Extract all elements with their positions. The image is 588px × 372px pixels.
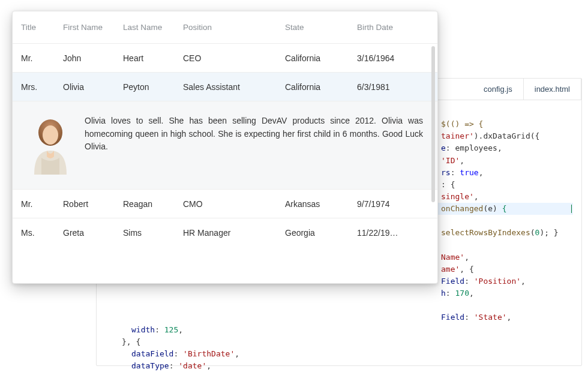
- code-text: {: [502, 204, 507, 213]
- column-header-title[interactable]: Title: [21, 23, 63, 32]
- column-header-birthdate[interactable]: Birth Date: [357, 23, 417, 32]
- code-text: rs: [441, 168, 451, 177]
- code-text: width: [131, 325, 155, 334]
- code-text: :: [446, 289, 455, 298]
- code-text: 'BirthDate': [183, 349, 235, 358]
- table-row[interactable]: Mrs. Olivia Peyton Sales Assistant Calif…: [13, 73, 437, 101]
- code-text: :: [173, 349, 183, 358]
- cell-birthdate: 6/3/1981: [357, 82, 417, 92]
- scrollbar[interactable]: [431, 46, 435, 202]
- cell-state: California: [285, 82, 357, 92]
- code-text: selectRowsByIndexes: [441, 228, 530, 237]
- code-text: single': [441, 192, 474, 201]
- code-text: h: [441, 289, 446, 298]
- code-text: (e): [483, 204, 502, 213]
- code-text: ,: [178, 325, 183, 334]
- cell-birthdate: 9/7/1974: [357, 199, 417, 209]
- code-text: : employees,: [446, 143, 502, 152]
- cell-birthdate: 11/22/19…: [357, 228, 417, 238]
- code-text: $(() => {: [441, 119, 483, 128]
- cell-position: Sales Assistant: [183, 82, 285, 92]
- table-row[interactable]: Mr. Robert Reagan CMO Arkansas 9/7/1974: [13, 190, 437, 218]
- cell-position: HR Manager: [183, 228, 285, 238]
- cell-firstname: Olivia: [63, 82, 123, 92]
- master-detail-panel: Olivia loves to sell. She has been selli…: [13, 101, 437, 190]
- column-header-firstname[interactable]: First Name: [63, 23, 123, 32]
- code-text: Name': [441, 253, 464, 262]
- svg-point-2: [43, 125, 58, 145]
- cell-birthdate: 3/16/1964: [357, 53, 417, 63]
- person-icon: [27, 115, 74, 175]
- code-text: ,: [469, 289, 474, 298]
- code-text: true: [455, 168, 478, 177]
- code-text: Field: [441, 313, 464, 322]
- cell-lastname: Reagan: [123, 199, 183, 209]
- table-row[interactable]: Mr. John Heart CEO California 3/16/1964: [13, 44, 437, 73]
- code-text: Field: [441, 277, 464, 286]
- employee-avatar: [27, 115, 74, 175]
- cell-title: Mr.: [21, 199, 63, 209]
- code-text: , {: [460, 265, 473, 274]
- code-text: onChanged: [441, 204, 483, 213]
- cell-state: California: [285, 53, 357, 63]
- cell-title: Ms.: [21, 228, 63, 238]
- code-text: ame': [441, 265, 460, 274]
- cell-state: Georgia: [285, 228, 357, 238]
- cell-position: CMO: [183, 199, 285, 209]
- code-text: (: [530, 228, 535, 237]
- code-text: 125: [164, 325, 178, 334]
- code-text: ,: [479, 168, 484, 177]
- code-text: ,: [521, 277, 526, 286]
- cell-title: Mrs.: [21, 82, 63, 92]
- column-header-lastname[interactable]: Last Name: [123, 23, 183, 32]
- data-grid-card: Title First Name Last Name Position Stat…: [12, 11, 438, 284]
- cell-firstname: Robert: [63, 199, 123, 209]
- code-text: :: [464, 313, 474, 322]
- cell-position: CEO: [183, 53, 285, 63]
- cell-firstname: John: [63, 53, 123, 63]
- code-tab-index[interactable]: index.html: [524, 79, 581, 100]
- code-text: ,: [507, 313, 512, 322]
- employee-detail-text: Olivia loves to sell. She has been selli…: [85, 115, 423, 175]
- cell-lastname: Peyton: [123, 82, 183, 92]
- code-text: :: [464, 277, 474, 286]
- cell-state: Arkansas: [285, 199, 357, 209]
- cell-title: Mr.: [21, 53, 63, 63]
- code-text: }, {: [122, 337, 140, 346]
- code-text: 'State': [474, 313, 507, 322]
- grid-header-row: Title First Name Last Name Position Stat…: [13, 11, 437, 44]
- cell-firstname: Greta: [63, 228, 123, 238]
- cell-lastname: Sims: [123, 228, 183, 238]
- column-header-position[interactable]: Position: [183, 23, 285, 32]
- code-text: ,: [460, 156, 464, 165]
- code-tab-config[interactable]: config.js: [473, 79, 524, 100]
- code-text: 'ID': [441, 156, 460, 165]
- code-text: ,: [474, 192, 479, 201]
- code-text: 'date': [178, 361, 206, 370]
- code-text: tainer': [441, 131, 474, 140]
- code-text: 'Position': [474, 277, 521, 286]
- code-text: :: [155, 325, 164, 334]
- code-text: e: [441, 143, 446, 152]
- code-text: ).dxDataGrid({: [474, 131, 540, 140]
- cell-lastname: Heart: [123, 53, 183, 63]
- table-row[interactable]: Ms. Greta Sims HR Manager Georgia 11/22/…: [13, 218, 437, 247]
- column-header-state[interactable]: State: [285, 23, 357, 32]
- code-text: ,: [235, 349, 239, 358]
- code-text: ,: [206, 361, 211, 370]
- code-text: ); }: [539, 228, 558, 237]
- code-text: ,: [464, 253, 469, 262]
- code-text: dataField: [131, 349, 173, 358]
- code-text: 170: [455, 289, 469, 298]
- code-text: dataType: [131, 361, 169, 370]
- code-text: : {: [441, 180, 455, 189]
- code-text: :: [169, 361, 179, 370]
